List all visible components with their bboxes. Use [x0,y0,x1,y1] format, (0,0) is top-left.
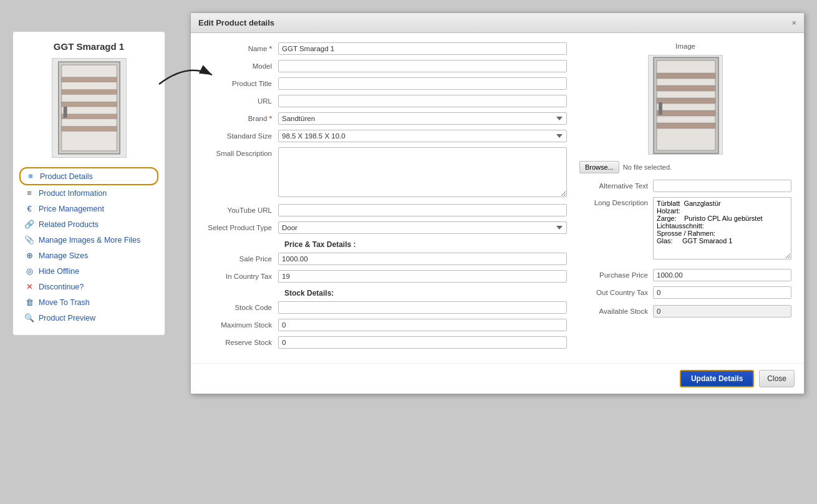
maximum-stock-field [278,319,567,331]
out-country-tax-input[interactable] [653,286,791,299]
model-input[interactable] [278,60,567,72]
product-title-input[interactable] [278,77,567,90]
svg-rect-7 [63,107,67,118]
sidebar-item-move-to-trash[interactable]: 🗑 Move To Trash [19,294,158,310]
brand-label: Brand * [203,112,278,122]
sidebar-item-product-information[interactable]: ≡ Product Information [19,185,158,201]
browse-button[interactable]: Browse... [579,161,619,173]
url-field [278,95,567,107]
sidebar-item-manage-sizes[interactable]: ⊕ Manage Sizes [19,248,158,263]
youtube-url-row: YouTube URL [203,204,567,216]
alt-text-input[interactable] [653,180,791,192]
product-type-row: Select Product Type Door [203,221,567,234]
browse-row: Browse... No file selected. [579,161,791,173]
stock-code-field [278,301,567,314]
svg-rect-16 [659,102,662,115]
dialog-footer: Update Details Close [191,363,804,394]
product-title-row: Product Title [203,77,567,90]
maximum-stock-input[interactable] [278,319,567,331]
price-row: Sale Price [203,253,567,265]
price-management-icon: € [24,204,34,213]
name-label: Name * [203,42,278,52]
small-description-textarea[interactable] [278,147,567,197]
reserve-stock-input[interactable] [278,336,567,349]
sidebar-item-related-products[interactable]: 🔗 Related Products [19,216,158,232]
sidebar-item-discontinue[interactable]: ✕ Discontinue? [19,279,158,294]
youtube-url-input[interactable] [278,204,567,216]
sidebar-item-label: Product Information [39,189,107,198]
form-right: Image [579,42,791,354]
long-desc-row: Long Description Türblatt Ganzglastür Ho… [579,197,791,259]
discontinue-icon: ✕ [24,282,34,291]
sidebar-item-label: Hide Offline [39,267,79,276]
edit-product-dialog: Edit Product details × Name * [190,12,805,394]
maximum-stock-label: Maximum Stock [203,319,278,329]
close-button[interactable]: Close [759,370,795,387]
update-details-button[interactable]: Update Details [680,370,754,387]
sidebar: GGT Smaragd 1 ≡ Product Details ≡ Produc… [12,31,165,336]
trash-icon: 🗑 [24,298,34,307]
sidebar-product-image [52,58,127,158]
model-row: Model [203,60,567,72]
product-type-select[interactable]: Door [278,221,567,234]
sidebar-item-label: Related Products [39,220,99,229]
sale-price-field [278,253,567,265]
in-country-tax-input[interactable] [278,270,567,283]
sidebar-item-manage-images[interactable]: 📎 Manage Images & More Files [19,232,158,248]
product-type-label: Select Product Type [203,221,278,231]
hide-offline-icon: ◎ [24,266,34,276]
product-information-icon: ≡ [24,188,34,198]
youtube-url-field [278,204,567,216]
long-desc-textarea[interactable]: Türblatt Ganzglastür Holzart: Zarge: Pur… [653,197,791,259]
model-field [278,60,567,72]
purchase-price-row: Purchase Price [579,269,791,281]
in-country-tax-row: In Country Tax [203,270,567,283]
small-description-field [278,147,567,199]
no-file-text: No file selected. [623,163,672,171]
stock-code-label: Stock Code [203,301,278,311]
brand-select[interactable]: Sandtüren [278,112,567,125]
available-stock-section: Available Stock [579,305,791,317]
dialog-close-button[interactable]: × [791,18,796,27]
brand-field: Sandtüren [278,112,567,125]
name-input[interactable] [278,42,567,55]
purchase-price-section: Purchase Price Out Country Tax [579,269,791,299]
reserve-stock-label: Reserve Stock [203,336,278,346]
sidebar-item-label: Manage Images & More Files [39,236,140,245]
url-input[interactable] [278,95,567,107]
name-field [278,42,567,55]
sidebar-item-product-details[interactable]: ≡ Product Details [19,167,158,185]
url-label: URL [203,95,278,105]
sidebar-item-label: Price Management [39,205,104,213]
purchase-price-input[interactable] [653,269,791,281]
stock-code-input[interactable] [278,301,567,314]
svg-rect-4 [61,102,117,107]
sidebar-item-price-management[interactable]: € Price Management [19,201,158,216]
dialog-title: Edit Product details [198,18,274,27]
sidebar-item-label: Discontinue? [39,283,84,291]
sidebar-title: GGT Smaragd 1 [19,41,158,52]
alt-text-row: Alternative Text [579,180,791,192]
dialog-body: Name * Model Product [191,33,804,363]
svg-rect-11 [657,73,715,79]
svg-rect-6 [61,127,117,132]
svg-rect-14 [657,110,715,116]
sidebar-item-hide-offline[interactable]: ◎ Hide Offline [19,263,158,279]
sale-price-input[interactable] [278,253,567,265]
alt-text-label: Alternative Text [579,182,648,190]
form-left: Name * Model Product [203,42,567,354]
sidebar-item-label: Product Preview [39,314,95,322]
svg-rect-13 [657,98,715,104]
svg-rect-12 [657,85,715,91]
standard-size-select[interactable]: 98.5 X 198.5 X 10.0 [278,130,567,142]
sidebar-navigation: ≡ Product Details ≡ Product Information … [19,167,158,326]
arrow-indicator [156,59,218,90]
in-country-tax-label: In Country Tax [203,270,278,280]
reserve-stock-row: Reserve Stock [203,336,567,349]
youtube-url-label: YouTube URL [203,204,278,214]
brand-row: Brand * Sandtüren [203,112,567,125]
sidebar-item-product-preview[interactable]: 🔍 Product Preview [19,310,158,326]
available-stock-label: Available Stock [579,308,648,315]
svg-rect-2 [61,77,117,82]
standard-size-field: 98.5 X 198.5 X 10.0 [278,130,567,142]
